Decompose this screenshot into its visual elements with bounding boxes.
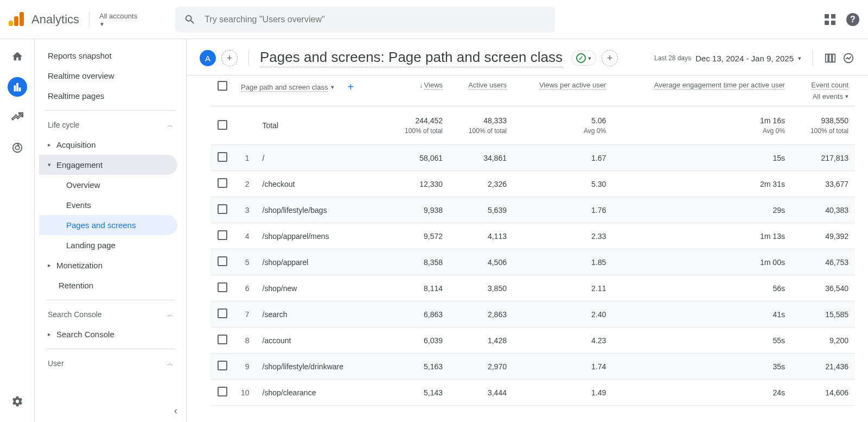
cell-users: 3,850: [449, 275, 513, 301]
cell-path[interactable]: /account: [256, 327, 386, 354]
account-switcher[interactable]: All accounts ▼: [89, 12, 137, 27]
cell-vpu: 2.40: [513, 301, 612, 327]
cell-path[interactable]: /shop/new: [256, 275, 386, 301]
row-index: 8: [234, 327, 256, 354]
sidebar-section-life-cycle[interactable]: Life cycle ︿: [39, 115, 182, 135]
col-views[interactable]: ↓Views: [386, 75, 449, 106]
sidebar-item-overview[interactable]: Overview: [39, 175, 177, 195]
sidebar-item-label: Engagement: [56, 160, 103, 169]
sidebar-item-reports-snapshot[interactable]: Reports snapshot: [39, 46, 177, 66]
insights-icon[interactable]: [842, 52, 855, 65]
sidebar-item-search-console[interactable]: ▸ Search Console: [39, 324, 177, 344]
cell-events: 9,200: [792, 327, 855, 354]
row-checkbox[interactable]: [218, 204, 227, 214]
cell-path[interactable]: /checkout: [256, 171, 386, 197]
main-content: A + Pages and screens: Page path and scr…: [187, 39, 868, 422]
add-comparison-button[interactable]: +: [602, 50, 618, 66]
sidebar-item-events[interactable]: Events: [39, 195, 177, 215]
row-checkbox[interactable]: [218, 387, 227, 396]
svg-point-1: [15, 146, 19, 149]
row-checkbox[interactable]: [218, 335, 227, 344]
cell-users: 4,113: [449, 223, 513, 249]
cell-path[interactable]: /shop/lifestyle/bags: [256, 197, 386, 223]
total-label: Total: [256, 106, 386, 145]
cell-value: 244,452: [415, 116, 443, 125]
row-checkbox[interactable]: [218, 282, 227, 292]
cell-aet: 24s: [612, 380, 792, 406]
apps-icon[interactable]: [825, 14, 835, 25]
chevron-up-icon: ︿: [167, 311, 173, 319]
sidebar-item-label: Retention: [59, 281, 93, 290]
date-range-picker[interactable]: Last 28 days Dec 13, 2024 - Jan 9, 2025 …: [654, 54, 801, 63]
col-event-count[interactable]: Event count All events ▾: [792, 75, 855, 106]
cell-vpu: 4.23: [513, 327, 612, 354]
rail-home-icon[interactable]: [8, 47, 27, 66]
row-checkbox[interactable]: [218, 256, 227, 266]
table-row: 8 /account 6,039 1,428 4.23 55s 9,200: [210, 327, 855, 354]
row-checkbox[interactable]: [218, 120, 227, 130]
row-index: 3: [234, 197, 256, 223]
event-selector[interactable]: All events ▾: [798, 92, 848, 100]
row-index: 10: [234, 380, 256, 406]
cell-views: 9,938: [386, 197, 449, 223]
cell-aet: 29s: [612, 197, 792, 223]
row-checkbox[interactable]: [218, 308, 227, 318]
check-circle-icon: ✓: [576, 53, 586, 63]
cell-views: 6,039: [386, 327, 449, 354]
search-bar[interactable]: [175, 7, 555, 33]
cell-path[interactable]: /: [256, 145, 386, 171]
cell-path[interactable]: /shop/clearance: [256, 380, 386, 406]
sidebar-item-pages-screens[interactable]: Pages and screens: [39, 215, 177, 235]
search-input[interactable]: [205, 15, 546, 24]
rail-explore-icon[interactable]: [8, 108, 27, 127]
help-icon[interactable]: ?: [846, 13, 859, 26]
sidebar-item-monetization[interactable]: ▸ Monetization: [39, 255, 177, 275]
sidebar-item-engagement[interactable]: ▾ Engagement: [39, 155, 177, 175]
customize-report-icon[interactable]: [824, 52, 837, 65]
row-checkbox[interactable]: [218, 361, 227, 370]
dimension-header[interactable]: Page path and screen class ▾ +: [241, 81, 379, 93]
table-row: 1 / 58,061 34,861 1.67 15s 217,813: [210, 145, 855, 171]
product-name: Analytics: [31, 12, 79, 27]
cell-events: 49,392: [792, 223, 855, 249]
row-checkbox[interactable]: [218, 178, 227, 188]
cell-value: 5.06: [591, 116, 606, 125]
sidebar-item-realtime-pages[interactable]: Realtime pages: [39, 86, 177, 106]
cell-path[interactable]: /shop/apparel: [256, 249, 386, 275]
cell-path[interactable]: /shop/lifestyle/drinkware: [256, 354, 386, 380]
sidebar-section-user[interactable]: User ︿: [39, 354, 182, 373]
col-views-per-user[interactable]: Views per active user: [513, 75, 612, 106]
sidebar-item-acquisition[interactable]: ▸ Acquisition: [39, 135, 177, 155]
cell-path[interactable]: /search: [256, 301, 386, 327]
row-checkbox[interactable]: [218, 152, 227, 162]
rail-reports-icon[interactable]: [8, 77, 27, 97]
rail-settings-icon[interactable]: [8, 392, 27, 411]
add-dimension-button[interactable]: +: [347, 81, 354, 93]
chevron-right-icon: ▸: [48, 141, 51, 148]
cell-aet: 1m 13s: [612, 223, 792, 249]
cell-vpu: 1.49: [513, 380, 612, 406]
sidebar-item-retention[interactable]: Retention: [39, 275, 177, 295]
segment-badge[interactable]: A: [200, 50, 216, 66]
divider: [46, 110, 175, 111]
cell-path[interactable]: /shop/apparel/mens: [256, 223, 386, 249]
select-all-checkbox[interactable]: [218, 81, 227, 91]
sidebar-section-search-console[interactable]: Search Console ︿: [39, 305, 182, 324]
sidebar-item-realtime-overview[interactable]: Realtime overview: [39, 66, 177, 86]
add-segment-button[interactable]: +: [221, 50, 238, 66]
sidebar-item-landing-page[interactable]: Landing page: [39, 235, 177, 255]
col-active-users[interactable]: Active users: [449, 75, 513, 106]
status-chip[interactable]: ✓ ▾: [571, 51, 596, 66]
cell-users: 5,639: [449, 197, 513, 223]
analytics-logo-icon: [9, 11, 26, 28]
section-label: Search Console: [48, 310, 102, 319]
table-row: 9 /shop/lifestyle/drinkware 5,163 2,970 …: [210, 354, 855, 380]
cell-users: 4,506: [449, 249, 513, 275]
row-checkbox[interactable]: [218, 230, 227, 240]
cell-aet: 56s: [612, 275, 792, 301]
col-avg-engagement[interactable]: Average engagement time per active user: [612, 75, 792, 106]
cell-vpu: 1.85: [513, 249, 612, 275]
rail-advertising-icon[interactable]: [8, 138, 27, 158]
collapse-sidebar-icon[interactable]: ‹: [174, 405, 177, 417]
cell-events: 40,383: [792, 197, 855, 223]
